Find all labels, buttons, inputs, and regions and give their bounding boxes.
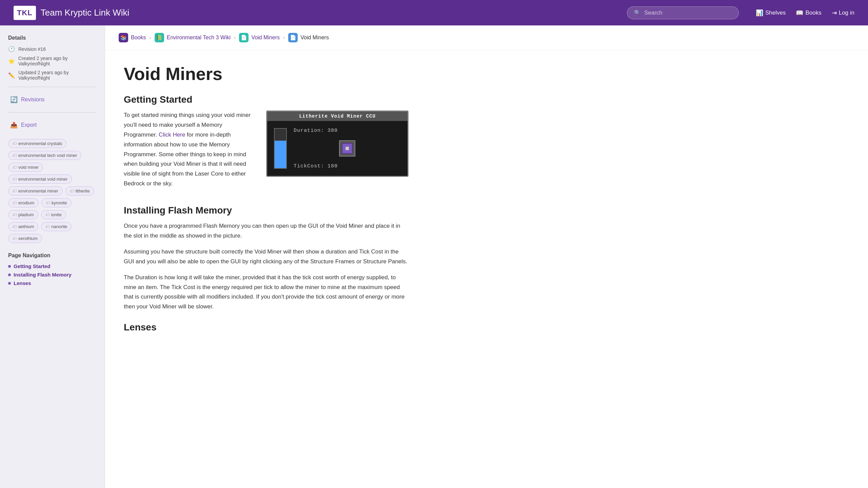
page-nav-item: Installing Flash Memory xyxy=(8,272,97,278)
tag-item[interactable]: 🏷nanorite xyxy=(41,222,72,231)
chevron-icon-1: › xyxy=(149,35,151,41)
login-icon: ⇥ xyxy=(832,9,837,17)
page-nav-item: Lenses xyxy=(8,280,97,286)
tag-item[interactable]: 🏷environmental void miner xyxy=(8,175,72,184)
page-nav-section: Page Navigation Getting StartedInstallin… xyxy=(8,252,97,286)
tag-item[interactable]: 🏷erodium xyxy=(8,198,39,207)
getting-started-text: To get started mining things using your … xyxy=(124,110,257,195)
nav-dot xyxy=(8,282,11,285)
tag-icon: 🏷 xyxy=(13,224,17,229)
flash-memory-para-1: Once you have a programmed Flash Memory … xyxy=(124,221,409,241)
search-icon: 🔍 xyxy=(634,9,641,16)
chevron-icon-2: › xyxy=(234,35,236,41)
revision-label: Revision #16 xyxy=(18,46,46,52)
search-bar[interactable]: 🔍 Search xyxy=(627,6,739,19)
main-content: 📚 Books › 📗 Environmental Tech 3 Wiki › … xyxy=(105,25,868,488)
books-icon: 📖 xyxy=(796,9,803,17)
tag-icon: 🏷 xyxy=(13,177,17,182)
revision-meta: 🕐 Revision #16 xyxy=(8,46,97,52)
tag-item[interactable]: 🏷environmental miner xyxy=(8,186,63,196)
tag-item[interactable]: 🏷environmental crystals xyxy=(8,139,66,148)
breadcrumb-void-miners-section-label: Void Miners xyxy=(251,35,280,41)
search-area: 🔍 Search xyxy=(627,6,739,19)
nav-login[interactable]: ⇥ Log in xyxy=(832,9,854,17)
nav-books[interactable]: 📖 Books xyxy=(796,9,821,17)
getting-started-content: To get started mining things using your … xyxy=(124,110,409,195)
tag-item[interactable]: 🏷ionite xyxy=(41,210,66,219)
site-title: Team Kryptic Link Wiki xyxy=(41,7,130,18)
game-ui-info: Duration: 380 TickCost: 180 xyxy=(294,128,401,169)
search-placeholder: Search xyxy=(644,9,663,16)
tag-icon: 🏷 xyxy=(13,236,17,241)
page-nav-link[interactable]: Installing Flash Memory xyxy=(14,272,72,278)
flash-memory-dot xyxy=(346,147,349,150)
page-nav-link[interactable]: Lenses xyxy=(14,280,31,286)
article: Void Miners Getting Started To get start… xyxy=(105,50,427,352)
tag-item[interactable]: 🏷xerothium xyxy=(8,234,42,243)
breadcrumb-et3[interactable]: 📗 Environmental Tech 3 Wiki xyxy=(155,33,231,42)
shelves-icon: 📊 xyxy=(756,9,763,17)
created-meta: ⭐ Created 2 years ago by ValkyrieofNight xyxy=(8,56,97,66)
tag-item[interactable]: 🏷kyronite xyxy=(41,198,72,207)
nav-books-label: Books xyxy=(805,9,821,16)
click-here-link[interactable]: Click Here xyxy=(159,131,185,138)
game-ui-title-bar: Litherite Void Miner CCU xyxy=(267,111,408,121)
tag-item[interactable]: 🏷void miner xyxy=(8,163,43,172)
duration-stat: Duration: 380 xyxy=(294,128,401,134)
breadcrumb-void-miners-page-label: Void Miners xyxy=(300,35,329,41)
tag-item[interactable]: 🏷aethium xyxy=(8,222,38,231)
section-heading-getting-started: Getting Started xyxy=(124,94,409,105)
page-nav-list: Getting StartedInstalling Flash MemoryLe… xyxy=(8,263,97,286)
export-action[interactable]: 📤 Export xyxy=(8,119,97,131)
tag-icon: 🏷 xyxy=(13,141,17,146)
export-icon: 📤 xyxy=(10,121,18,129)
star-icon: ⭐ xyxy=(8,58,15,64)
edit-icon: ✏️ xyxy=(8,72,15,79)
revisions-icon: 🔄 xyxy=(10,96,18,103)
revisions-action[interactable]: 🔄 Revisions xyxy=(8,93,97,106)
logo-box: TKL xyxy=(14,6,36,20)
nav-dot xyxy=(8,273,11,276)
site-header: TKL Team Kryptic Link Wiki 🔍 Search 📊 Sh… xyxy=(0,0,868,25)
breadcrumb-et3-label: Environmental Tech 3 Wiki xyxy=(167,35,231,41)
breadcrumb-void-miners-page[interactable]: 📄 Void Miners xyxy=(288,33,329,42)
tag-icon: 🏷 xyxy=(13,165,17,170)
tag-icon: 🏷 xyxy=(13,212,17,217)
logo-link[interactable]: TKL Team Kryptic Link Wiki xyxy=(14,6,129,20)
actions-section: 🔄 Revisions 📤 Export xyxy=(8,93,97,131)
updated-meta: ✏️ Updated 2 years ago by ValkyrieofNigh… xyxy=(8,70,97,81)
tag-icon: 🏷 xyxy=(45,212,50,217)
tag-icon: 🏷 xyxy=(13,189,17,194)
breadcrumb-books[interactable]: 📚 Books xyxy=(119,33,146,42)
energy-bar xyxy=(274,128,287,169)
section-heading-flash-memory: Installing Flash Memory xyxy=(124,205,409,216)
tag-item[interactable]: 🏷pladium xyxy=(8,210,38,219)
tag-icon: 🏷 xyxy=(13,201,17,205)
page-nav-item: Getting Started xyxy=(8,263,97,269)
section-heading-lenses: Lenses xyxy=(124,322,409,333)
tag-icon: 🏷 xyxy=(70,189,74,194)
page-nav-link[interactable]: Getting Started xyxy=(14,263,50,269)
breadcrumb-books-label: Books xyxy=(131,35,146,41)
sidebar-divider-1 xyxy=(8,87,97,87)
details-title: Details xyxy=(8,35,97,41)
article-title: Void Miners xyxy=(124,64,409,84)
tag-icon: 🏷 xyxy=(13,153,17,158)
breadcrumb-void-miners-section[interactable]: 📄 Void Miners xyxy=(239,33,280,42)
nav-dot xyxy=(8,265,11,268)
getting-started-para: To get started mining things using your … xyxy=(124,110,257,189)
energy-bar-container xyxy=(274,128,287,169)
updated-label: Updated 2 years ago by ValkyrieofNight xyxy=(18,70,97,81)
breadcrumb-void-miners-page-icon: 📄 xyxy=(288,33,298,42)
nav-login-label: Log in xyxy=(839,9,854,16)
tag-item[interactable]: 🏷environmental tech void miner xyxy=(8,151,81,160)
flash-memory-item xyxy=(342,143,353,154)
export-label: Export xyxy=(21,122,37,128)
tag-item[interactable]: 🏷litherite xyxy=(65,186,94,196)
nav-shelves[interactable]: 📊 Shelves xyxy=(756,9,786,17)
nav-shelves-label: Shelves xyxy=(765,9,786,16)
breadcrumb: 📚 Books › 📗 Environmental Tech 3 Wiki › … xyxy=(105,25,868,50)
breadcrumb-et3-icon: 📗 xyxy=(155,33,164,42)
game-ui-image: Litherite Void Miner CCU Duration: 380 xyxy=(266,110,409,177)
flash-memory-slot xyxy=(339,140,355,157)
